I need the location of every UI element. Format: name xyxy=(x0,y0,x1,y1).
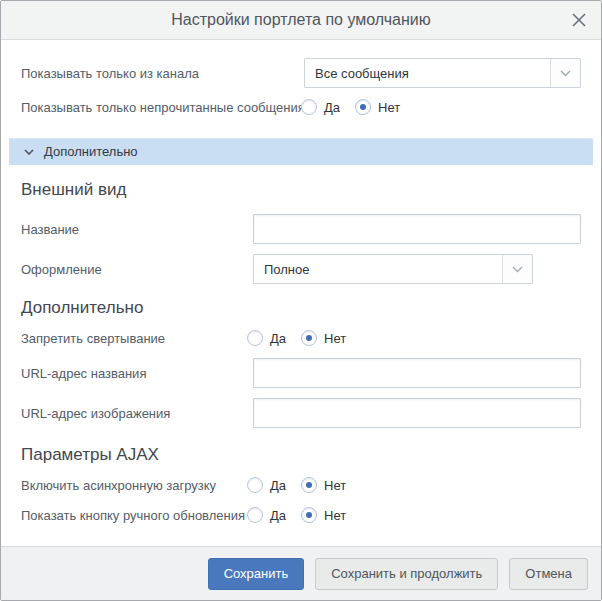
close-icon xyxy=(570,11,588,29)
name-row: Название xyxy=(1,214,601,244)
radio-icon xyxy=(247,477,263,493)
manual-refresh-label: Показать кнопку ручного обновления xyxy=(21,508,245,523)
cancel-button[interactable]: Отмена xyxy=(509,558,588,590)
name-input[interactable] xyxy=(253,214,581,244)
manual-refresh-yes-label: Да xyxy=(270,508,286,523)
async-load-yes-radio[interactable]: Да xyxy=(247,477,286,493)
section-title-ajax: Параметры AJAX xyxy=(21,445,159,465)
radio-checked-icon xyxy=(301,330,317,346)
radio-icon xyxy=(247,330,263,346)
collapse-yes-label: Да xyxy=(270,331,286,346)
url-title-label: URL-адрес названия xyxy=(21,366,146,381)
async-load-label: Включить асинхронную загрузку xyxy=(21,478,216,493)
manual-refresh-no-radio[interactable]: Нет xyxy=(301,507,346,523)
channel-select-value: Все сообщения xyxy=(305,59,550,87)
url-image-label: URL-адрес изображения xyxy=(21,406,170,421)
url-title-row: URL-адрес названия xyxy=(1,358,601,388)
async-load-no-radio[interactable]: Нет xyxy=(301,477,346,493)
advanced-toggle[interactable]: Дополнительно xyxy=(9,138,593,165)
channel-row: Показывать только из канала Все сообщени… xyxy=(1,58,601,88)
collapse-no-radio[interactable]: Нет xyxy=(301,330,346,346)
save-button[interactable]: Сохранить xyxy=(208,558,305,590)
unread-label: Показывать только непрочитанные сообщени… xyxy=(21,100,305,115)
async-load-yes-label: Да xyxy=(270,478,286,493)
radio-checked-icon xyxy=(301,507,317,523)
chevron-down-icon xyxy=(560,70,571,77)
url-image-row: URL-адрес изображения xyxy=(1,398,601,428)
dialog-title: Настройки портлета по умолчанию xyxy=(171,11,431,29)
manual-refresh-radio-group: Да Нет xyxy=(247,507,346,523)
portlet-settings-dialog: Настройки портлета по умолчанию Показыва… xyxy=(0,0,602,601)
collapse-label: Запретить свертывание xyxy=(21,331,165,346)
radio-checked-icon xyxy=(355,99,371,115)
save-continue-button[interactable]: Сохранить и продолжить xyxy=(315,558,498,590)
dialog-footer: Сохранить Сохранить и продолжить Отмена xyxy=(1,546,601,600)
collapse-yes-radio[interactable]: Да xyxy=(247,330,286,346)
style-select[interactable]: Полное xyxy=(253,254,533,284)
advanced-toggle-label: Дополнительно xyxy=(44,144,138,159)
radio-icon xyxy=(247,507,263,523)
async-load-no-label: Нет xyxy=(324,478,346,493)
chevron-down-icon xyxy=(24,149,34,155)
radio-icon xyxy=(301,99,317,115)
unread-yes-label: Да xyxy=(324,100,340,115)
collapse-radio-group: Да Нет xyxy=(247,330,346,346)
url-image-input[interactable] xyxy=(253,398,581,428)
channel-select[interactable]: Все сообщения xyxy=(304,58,581,88)
section-title-appearance: Внешний вид xyxy=(21,180,126,200)
style-label: Оформление xyxy=(21,262,102,277)
collapse-row: Запретить свертывание Да Нет xyxy=(1,328,601,348)
close-button[interactable] xyxy=(569,10,589,30)
style-row: Оформление Полное xyxy=(1,254,601,284)
style-select-arrow[interactable] xyxy=(502,255,532,283)
async-load-row: Включить асинхронную загрузку Да Нет xyxy=(1,475,601,495)
section-title-additional: Дополнительно xyxy=(21,298,143,318)
radio-checked-icon xyxy=(301,477,317,493)
channel-label: Показывать только из канала xyxy=(21,66,199,81)
unread-row: Показывать только непрочитанные сообщени… xyxy=(1,97,601,117)
unread-radio-group: Да Нет xyxy=(301,99,400,115)
manual-refresh-row: Показать кнопку ручного обновления Да Не… xyxy=(1,505,601,525)
manual-refresh-no-label: Нет xyxy=(324,508,346,523)
manual-refresh-yes-radio[interactable]: Да xyxy=(247,507,286,523)
dialog-header: Настройки портлета по умолчанию xyxy=(1,1,601,40)
style-select-value: Полное xyxy=(254,255,502,283)
unread-no-label: Нет xyxy=(378,100,400,115)
unread-no-radio[interactable]: Нет xyxy=(355,99,400,115)
name-label: Название xyxy=(21,222,79,237)
chevron-down-icon xyxy=(512,266,523,273)
collapse-no-label: Нет xyxy=(324,331,346,346)
async-load-radio-group: Да Нет xyxy=(247,477,346,493)
unread-yes-radio[interactable]: Да xyxy=(301,99,340,115)
channel-select-arrow[interactable] xyxy=(550,59,580,87)
url-title-input[interactable] xyxy=(253,358,581,388)
